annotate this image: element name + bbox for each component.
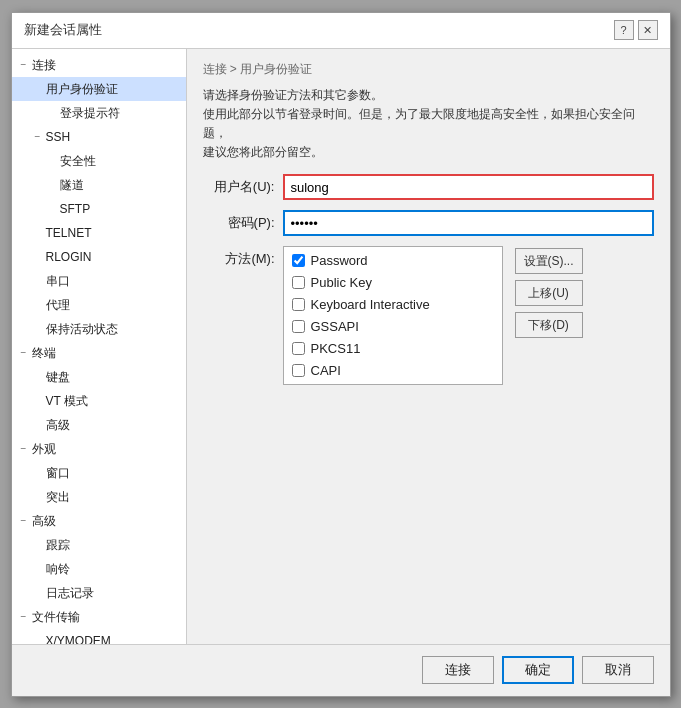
sidebar-item-keyboard[interactable]: 键盘 [12, 365, 186, 389]
method-label-pkcs11: PKCS11 [311, 341, 361, 356]
tree-toggle-connect[interactable]: − [16, 55, 32, 75]
tree-label-trace: 跟踪 [46, 535, 70, 555]
tree-label-security: 安全性 [60, 151, 96, 171]
tree-label-advanced2: 高级 [32, 511, 56, 531]
sidebar-item-bell[interactable]: 响铃 [12, 557, 186, 581]
sidebar-item-tunnel[interactable]: 隧道 [12, 173, 186, 197]
connect-button[interactable]: 连接 [422, 656, 494, 684]
sidebar-item-auth[interactable]: 用户身份验证 [12, 77, 186, 101]
move-down-button[interactable]: 下移(D) [515, 312, 583, 338]
tree-label-proxy: 代理 [46, 295, 70, 315]
sidebar-item-connect[interactable]: −连接 [12, 53, 186, 77]
method-checkbox-publickey[interactable] [292, 276, 305, 289]
username-label: 用户名(U): [203, 178, 275, 196]
tree-toggle-advanced2[interactable]: − [16, 511, 32, 531]
title-bar: 新建会话属性 ? ✕ [12, 13, 670, 49]
sidebar-item-sftp[interactable]: SFTP [12, 197, 186, 221]
tree-label-tunnel: 隧道 [60, 175, 84, 195]
move-up-button[interactable]: 上移(U) [515, 280, 583, 306]
method-item-gssapi[interactable]: GSSAPI [290, 317, 496, 336]
tree-label-keyboard: 键盘 [46, 367, 70, 387]
sidebar-item-telnet[interactable]: TELNET [12, 221, 186, 245]
sidebar-item-highlight[interactable]: 突出 [12, 485, 186, 509]
content-area: −连接用户身份验证登录提示符−SSH安全性隧道SFTPTELNETRLOGIN串… [12, 49, 670, 644]
dialog: 新建会话属性 ? ✕ −连接用户身份验证登录提示符−SSH安全性隧道SFTPTE… [11, 12, 671, 697]
close-button[interactable]: ✕ [638, 20, 658, 40]
tree-label-ssh: SSH [46, 127, 71, 147]
method-buttons: 设置(S)... 上移(U) 下移(D) [515, 246, 583, 385]
username-input[interactable] [283, 174, 654, 200]
method-checkbox-keyboard[interactable] [292, 298, 305, 311]
sidebar-item-xymodem[interactable]: X/YMODEM [12, 629, 186, 644]
tree-label-telnet: TELNET [46, 223, 92, 243]
help-button[interactable]: ? [614, 20, 634, 40]
method-item-pkcs11[interactable]: PKCS11 [290, 339, 496, 358]
tree-label-bell: 响铃 [46, 559, 70, 579]
method-container: PasswordPublic KeyKeyboard InteractiveGS… [283, 246, 654, 385]
method-label-gssapi: GSSAPI [311, 319, 359, 334]
tree-label-appearance: 外观 [32, 439, 56, 459]
method-item-publickey[interactable]: Public Key [290, 273, 496, 292]
sidebar-item-serial[interactable]: 串口 [12, 269, 186, 293]
description: 请选择身份验证方法和其它参数。 使用此部分以节省登录时间。但是，为了最大限度地提… [203, 86, 654, 163]
sidebar-item-window[interactable]: 窗口 [12, 461, 186, 485]
method-item-password[interactable]: Password [290, 251, 496, 270]
method-item-keyboard[interactable]: Keyboard Interactive [290, 295, 496, 314]
tree-toggle-ssh[interactable]: − [30, 127, 46, 147]
sidebar-item-advanced[interactable]: 高级 [12, 413, 186, 437]
sidebar-item-logging[interactable]: 日志记录 [12, 581, 186, 605]
sidebar-item-security[interactable]: 安全性 [12, 149, 186, 173]
tree-toggle-terminal[interactable]: − [16, 343, 32, 363]
sidebar-item-terminal[interactable]: −终端 [12, 341, 186, 365]
desc-line2: 使用此部分以节省登录时间。但是，为了最大限度地提高安全性，如果担心安全问题， [203, 105, 654, 143]
sidebar-item-filetransfer[interactable]: −文件传输 [12, 605, 186, 629]
sidebar-item-proxy[interactable]: 代理 [12, 293, 186, 317]
tree-label-auth: 用户身份验证 [46, 79, 118, 99]
sidebar-item-vt[interactable]: VT 模式 [12, 389, 186, 413]
method-checkbox-password[interactable] [292, 254, 305, 267]
sidebar-item-keepalive[interactable]: 保持活动状态 [12, 317, 186, 341]
cancel-button[interactable]: 取消 [582, 656, 654, 684]
sidebar-item-login-prompt[interactable]: 登录提示符 [12, 101, 186, 125]
tree-label-logging: 日志记录 [46, 583, 94, 603]
tree-toggle-appearance[interactable]: − [16, 439, 32, 459]
desc-line1: 请选择身份验证方法和其它参数。 [203, 86, 654, 105]
method-checkbox-pkcs11[interactable] [292, 342, 305, 355]
method-label-keyboard: Keyboard Interactive [311, 297, 430, 312]
sidebar: −连接用户身份验证登录提示符−SSH安全性隧道SFTPTELNETRLOGIN串… [12, 49, 187, 644]
password-input[interactable] [283, 210, 654, 236]
method-checkbox-gssapi[interactable] [292, 320, 305, 333]
method-checkbox-capi[interactable] [292, 364, 305, 377]
method-label-publickey: Public Key [311, 275, 372, 290]
tree-label-xymodem: X/YMODEM [46, 631, 111, 644]
sidebar-item-advanced2[interactable]: −高级 [12, 509, 186, 533]
method-label: 方法(M): [203, 246, 275, 268]
desc-line3: 建议您将此部分留空。 [203, 143, 654, 162]
sidebar-item-appearance[interactable]: −外观 [12, 437, 186, 461]
tree-label-vt: VT 模式 [46, 391, 88, 411]
username-row: 用户名(U): [203, 174, 654, 200]
method-item-capi[interactable]: CAPI [290, 361, 496, 380]
method-label-password: Password [311, 253, 368, 268]
tree-toggle-filetransfer[interactable]: − [16, 607, 32, 627]
tree-label-terminal: 终端 [32, 343, 56, 363]
ok-button[interactable]: 确定 [502, 656, 574, 684]
method-row: 方法(M): PasswordPublic KeyKeyboard Intera… [203, 246, 654, 385]
password-row: 密码(P): [203, 210, 654, 236]
tree-label-window: 窗口 [46, 463, 70, 483]
tree-label-advanced: 高级 [46, 415, 70, 435]
tree-label-sftp: SFTP [60, 199, 91, 219]
sidebar-item-rlogin[interactable]: RLOGIN [12, 245, 186, 269]
password-label: 密码(P): [203, 214, 275, 232]
tree-label-keepalive: 保持活动状态 [46, 319, 118, 339]
bottom-bar: 连接 确定 取消 [12, 644, 670, 696]
tree-label-login-prompt: 登录提示符 [60, 103, 120, 123]
tree-label-highlight: 突出 [46, 487, 70, 507]
method-list-box: PasswordPublic KeyKeyboard InteractiveGS… [283, 246, 503, 385]
sidebar-item-ssh[interactable]: −SSH [12, 125, 186, 149]
breadcrumb: 连接 > 用户身份验证 [203, 61, 654, 78]
method-label-capi: CAPI [311, 363, 341, 378]
sidebar-item-trace[interactable]: 跟踪 [12, 533, 186, 557]
tree-label-filetransfer: 文件传输 [32, 607, 80, 627]
settings-button[interactable]: 设置(S)... [515, 248, 583, 274]
